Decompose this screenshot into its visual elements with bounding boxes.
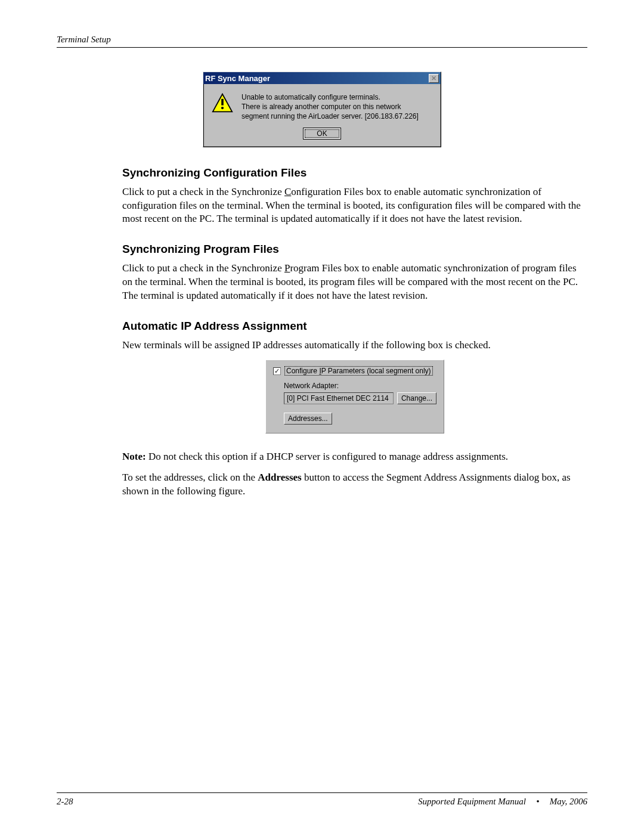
ok-button[interactable]: OK	[303, 128, 340, 140]
close-icon: ✕	[431, 75, 436, 82]
page-number: 2-28	[57, 797, 73, 807]
text-frag: To set the addresses, click on the	[122, 472, 258, 483]
text-frag: P Parameters (local segment only)	[321, 367, 431, 375]
note-paragraph: Note: Do not check this option if a DHCP…	[122, 450, 587, 464]
text-frag: Configure	[286, 367, 319, 375]
text-underline: P	[284, 262, 290, 274]
ip-panel-figure: ✓ Configure IP Parameters (local segment…	[122, 360, 587, 433]
addresses-bold: Addresses	[258, 472, 301, 483]
configure-ip-checkbox[interactable]: ✓	[273, 367, 281, 375]
svg-rect-1	[221, 99, 224, 106]
text-frag: Click to put a check in the Synchronize	[122, 262, 284, 274]
close-button[interactable]: ✕	[429, 74, 439, 83]
note-text: Do not check this option if a DHCP serve…	[146, 451, 508, 462]
note-label: Note:	[122, 451, 146, 462]
doc-title: Supported Equipment Manual	[418, 797, 526, 806]
heading-sync-prog: Synchronizing Program Files	[122, 243, 587, 256]
rf-sync-dialog: RF Sync Manager ✕ Unable to automaticall…	[203, 72, 441, 147]
para-sync-prog: Click to put a check in the Synchronize …	[122, 262, 587, 303]
closing-paragraph: To set the addresses, click on the Addre…	[122, 471, 587, 498]
text-underline: C	[284, 186, 291, 197]
page-header: Terminal Setup	[57, 33, 587, 48]
dialog-figure-1: RF Sync Manager ✕ Unable to automaticall…	[57, 72, 587, 147]
bullet-icon: •	[536, 797, 539, 806]
para-sync-config: Click to put a check in the Synchronize …	[122, 185, 587, 227]
warning-icon	[212, 92, 233, 122]
header-section-title: Terminal Setup	[57, 35, 111, 44]
change-button[interactable]: Change...	[397, 392, 436, 404]
dialog-line-2: There is already another computer on thi…	[242, 103, 401, 111]
network-adapter-label: Network Adapter:	[284, 382, 436, 390]
dialog-titlebar: RF Sync Manager ✕	[203, 72, 441, 84]
heading-auto-ip: Automatic IP Address Assignment	[122, 320, 587, 333]
addresses-button[interactable]: Addresses...	[284, 413, 332, 425]
text-frag: Click to put a check in the Synchronize	[122, 186, 284, 197]
page-footer: 2-28 Supported Equipment Manual • May, 2…	[57, 792, 587, 807]
dialog-message: Unable to automatically configure termin…	[242, 92, 419, 122]
ip-config-panel: ✓ Configure IP Parameters (local segment…	[265, 360, 444, 433]
svg-point-2	[221, 107, 224, 109]
dialog-line-1: Unable to automatically configure termin…	[242, 93, 380, 101]
para-auto-ip: New terminals will be assigned IP addres…	[122, 339, 587, 352]
network-adapter-field[interactable]: [0] PCI Fast Ethernet DEC 2114	[284, 392, 394, 404]
doc-date: May, 2006	[550, 797, 587, 806]
dialog-title: RF Sync Manager	[205, 74, 270, 83]
footer-right: Supported Equipment Manual • May, 2006	[418, 797, 587, 807]
heading-sync-config: Synchronizing Configuration Files	[122, 166, 587, 179]
dialog-line-3: segment running the AirLoader server. [2…	[242, 112, 419, 120]
configure-ip-label: Configure IP Parameters (local segment o…	[284, 366, 433, 376]
